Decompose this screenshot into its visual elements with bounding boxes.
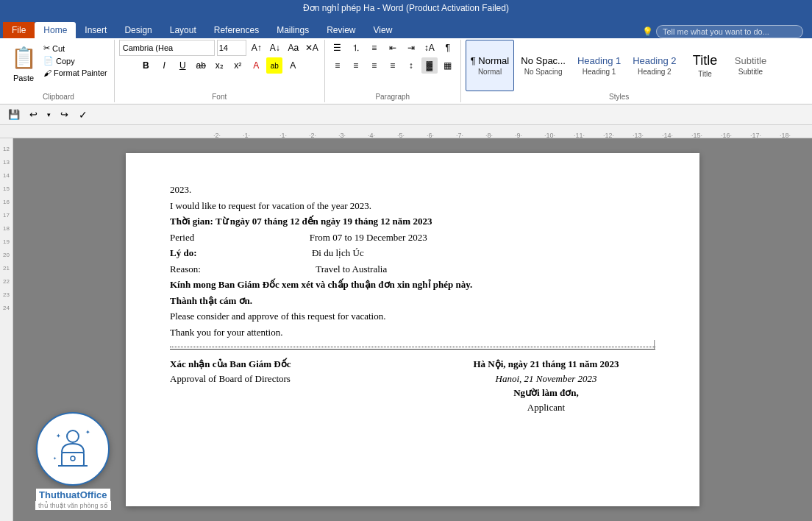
decrease-indent-button[interactable]: ⇤ [385,40,401,56]
cursor-line: | [170,349,655,350]
format-painter-button[interactable]: 🖌 Format Painter [41,68,110,78]
bullets-button[interactable]: ☰ [330,40,346,56]
style-heading1-preview: Heading 1 [577,55,621,66]
highlight-button[interactable]: ab [266,57,282,74]
doc-line1: I would like to request for vacation of … [170,199,655,213]
justify-button[interactable]: ≡ [385,57,401,74]
tell-me-input[interactable] [656,25,803,38]
style-normal-label: Normal [478,68,502,76]
line-spacing-button[interactable]: ↕ [403,57,419,74]
font-row1: A↑ A↓ Aa ✕A [119,40,320,56]
logo-name: ThuthuatOffice [36,489,110,501]
sort-button[interactable]: ↕A [421,40,438,56]
undo-button[interactable]: ↩ [25,107,41,123]
applicant: Applicant [437,400,655,415]
font-label: Font [212,93,227,102]
para-row1: ☰ ⒈ ≡ ⇤ ⇥ ↕A ¶ [330,40,456,56]
sign-left-title: Xác nhận của Ban Giám Đốc [170,357,388,372]
document-content: 2023. I would like to request for vacati… [170,182,655,414]
dot-line-1 [170,347,655,347]
nguoi-lam-don: Người làm đơn, [437,386,655,400]
style-title-label: Title [698,70,712,78]
style-heading2[interactable]: Heading 2 Heading 2 [627,40,681,91]
clipboard-group: 📋 Paste ✂ Cut 📄 Copy 🖌 Format Painter Cl… [3,40,115,102]
redo-button[interactable]: ↪ [56,107,72,123]
cut-icon: ✂ [43,43,50,53]
sign-right-title: Hà Nội, ngày 21 tháng 11 năm 2023 [437,357,655,372]
paste-label: Paste [13,74,34,82]
font-size-select[interactable] [217,40,246,56]
tab-references[interactable]: References [205,22,268,38]
horizontal-ruler: ·2· ·1· ·1· ·2· ·3· ·4· ·5· ·6· ·7· ·8· … [0,125,812,138]
sign-left-col: Xác nhận của Ban Giám Đốc Approval of Bo… [170,357,388,414]
paragraph-group: ☰ ⒈ ≡ ⇤ ⇥ ↕A ¶ ≡ ≡ ≡ ≡ ↕ ▓ ▦ Paragraph [325,40,461,102]
tab-file[interactable]: File [3,22,35,38]
clear-format-button[interactable]: ✕A [304,40,320,56]
shading-button[interactable]: ▓ [421,57,438,74]
font-family-select[interactable] [119,40,215,56]
logo-area: ✦ ✦ ✦ ThuthuatOffice thủ thuật văn phòng… [35,412,111,510]
light-bulb-icon: 💡 [642,26,653,37]
second-toolbar: 💾 ↩ ▾ ↪ ✓ [0,104,812,125]
undo-group: ▾ [44,107,53,123]
strikethrough-button[interactable]: ab [193,57,209,74]
tab-design[interactable]: Design [115,22,160,38]
tab-home[interactable]: Home [35,22,76,38]
para-row2: ≡ ≡ ≡ ≡ ↕ ▓ ▦ [330,57,456,74]
doc-thank: Thank you for your attention. [170,325,655,340]
subscript-button[interactable]: x₂ [211,57,227,74]
logo-svg: ✦ ✦ ✦ [47,423,99,475]
align-left-button[interactable]: ≡ [330,57,346,74]
align-center-button[interactable]: ≡ [348,57,364,74]
clipboard-right: ✂ Cut 📄 Copy 🖌 Format Painter [41,40,110,78]
doc-thanhthat: Thành thật cám ơn. [170,294,655,308]
font-grow-button[interactable]: A↑ [249,40,265,56]
style-no-spacing[interactable]: No Spac... No Spacing [516,40,571,91]
style-subtitle-preview: Subtitle [735,55,766,66]
multilevel-button[interactable]: ≡ [366,40,382,56]
tab-mailings[interactable]: Mailings [268,22,318,38]
styles-content: ¶ Normal Normal No Spac... No Spacing He… [466,40,773,91]
style-title[interactable]: Title Title [683,40,727,91]
doc-year: 2023. [170,182,655,197]
copy-label: Copy [56,57,75,65]
clipboard-content: 📋 Paste ✂ Cut 📄 Copy 🖌 Format Painter [7,40,110,91]
clipboard-label: Clipboard [43,93,74,102]
copy-icon: 📄 [43,56,54,65]
underline-button[interactable]: U [174,57,190,74]
tab-layout[interactable]: Layout [161,22,205,38]
document-area[interactable]: 2023. I would like to request for vacati… [13,138,812,521]
save-button[interactable]: 💾 [6,107,22,123]
font-shrink-button[interactable]: A↓ [267,40,283,56]
spelling-check-button[interactable]: ✓ [75,107,91,123]
styles-group: ¶ Normal Normal No Spac... No Spacing He… [461,40,777,102]
doc-please: Please consider and approve of this requ… [170,309,655,324]
style-subtitle[interactable]: Subtitle Subtitle [729,40,773,91]
logo-tagline: thủ thuật văn phòng số [35,501,111,510]
increase-indent-button[interactable]: ⇥ [403,40,419,56]
show-para-button[interactable]: ¶ [440,40,456,56]
font-color-button[interactable]: A [285,57,301,74]
style-heading1[interactable]: Heading 1 Heading 1 [572,40,626,91]
border-button[interactable]: ▦ [440,57,456,74]
tab-review[interactable]: Review [318,22,364,38]
style-no-spacing-label: No Spacing [524,68,563,76]
ribbon-tabs-row: File Home Insert Design Layout Reference… [0,16,812,38]
style-no-spacing-preview: No Spac... [521,55,566,66]
italic-button[interactable]: I [156,57,172,74]
tab-insert[interactable]: Insert [76,22,115,38]
style-normal[interactable]: ¶ Normal Normal [466,40,515,91]
tab-view[interactable]: View [365,22,402,38]
doc-kinhmong: Kính mong Ban Giám Đốc xem xét và chấp t… [170,277,655,292]
superscript-button[interactable]: x² [229,57,246,74]
undo-dropdown[interactable]: ▾ [44,107,53,123]
ribbon: 📋 Paste ✂ Cut 📄 Copy 🖌 Format Painter Cl… [0,38,812,104]
numbering-button[interactable]: ⒈ [348,40,364,56]
align-right-button[interactable]: ≡ [366,57,382,74]
font-case-button[interactable]: Aa [285,40,302,56]
copy-button[interactable]: 📄 Copy [41,55,110,66]
paste-button[interactable]: 📋 Paste [7,40,40,84]
cut-button[interactable]: ✂ Cut [41,43,110,54]
text-color-button[interactable]: A [248,57,264,74]
bold-button[interactable]: B [138,57,154,74]
